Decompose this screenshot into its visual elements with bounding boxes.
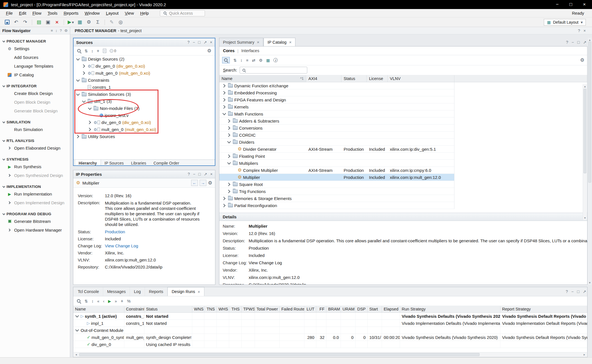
close-icon[interactable]: × bbox=[257, 40, 259, 45]
help-icon[interactable]: ? bbox=[188, 172, 190, 176]
catalog-row-partial-reconfiguration[interactable]: Partial Reconfiguration bbox=[219, 202, 454, 209]
tab-ip-catalog[interactable]: IP Catalog× bbox=[264, 38, 295, 46]
nav-item-open-elaborated-design[interactable]: Open Elaborated Design bbox=[0, 144, 70, 152]
nav-item-create-block-design[interactable]: Create Block Design bbox=[0, 89, 70, 98]
catalog-row-square-root[interactable]: Square Root bbox=[219, 181, 454, 188]
scroll-up-icon[interactable]: ▴ bbox=[583, 85, 587, 88]
chevron-right-icon[interactable] bbox=[226, 118, 231, 123]
catalog-row-math-functions[interactable]: Math Functions bbox=[219, 110, 454, 117]
tree-item-sim-1[interactable]: sim_1(3) bbox=[74, 98, 215, 105]
property-value[interactable]: View Change Log bbox=[105, 243, 138, 248]
chevron-right-icon[interactable] bbox=[222, 97, 227, 102]
expand-collapse-icon[interactable]: ↕ bbox=[56, 28, 58, 33]
chevron-right-icon[interactable] bbox=[81, 71, 86, 76]
add-sources-icon[interactable]: + bbox=[97, 48, 100, 53]
chevron-down-icon[interactable] bbox=[226, 161, 231, 166]
gear-icon[interactable]: ⚙ bbox=[64, 28, 68, 33]
dashboard-button[interactable]: ▦ bbox=[76, 19, 84, 26]
tree-item-constrs-1[interactable]: constrs_1 bbox=[74, 84, 215, 91]
help-icon[interactable]: ? bbox=[566, 40, 568, 45]
redo-button[interactable]: ↷ bbox=[21, 19, 29, 26]
collapse-all-icon[interactable]: ⇅ bbox=[233, 58, 237, 62]
help-icon[interactable]: ? bbox=[578, 28, 580, 33]
scroll-right-icon[interactable]: ▸ bbox=[582, 353, 586, 356]
gear-icon[interactable]: ⚙ bbox=[580, 58, 584, 63]
horizontal-scrollbar[interactable]: ◂ ▸ bbox=[74, 352, 587, 357]
search-input[interactable] bbox=[248, 68, 305, 72]
column-header-constraints[interactable]: Constraints bbox=[124, 306, 144, 312]
minimize-icon[interactable]: − bbox=[193, 172, 195, 176]
menu-reports[interactable]: Reports bbox=[61, 10, 82, 17]
report-button[interactable]: ▤ bbox=[35, 19, 43, 26]
catalog-row-cordic[interactable]: CORDIC bbox=[219, 132, 454, 139]
nav-item-run-simulation[interactable]: Run Simulation bbox=[0, 125, 70, 134]
catalog-row-fpga-features-and-design[interactable]: FPGA Features and Design bbox=[219, 96, 454, 103]
tree-item-mult-gen-0[interactable]: ⚙mult_gen_0(mult_gen_0.xci) bbox=[74, 70, 215, 77]
scroll-up-icon[interactable]: ▴ bbox=[588, 38, 592, 42]
menu-help[interactable]: Help bbox=[137, 10, 152, 17]
help-icon[interactable]: ? bbox=[187, 40, 190, 45]
details-value[interactable]: View Change Log bbox=[249, 260, 587, 265]
minimize-button[interactable]: − bbox=[556, 2, 559, 7]
expand-all-icon[interactable]: ↕ bbox=[92, 299, 94, 303]
catalog-row-divider-generator[interactable]: ⚙Divider GeneratorAXI4-StreamProductionI… bbox=[219, 146, 454, 153]
catalog-row-kernels[interactable]: Kernels bbox=[219, 103, 454, 110]
settings-button[interactable]: ⚙ bbox=[85, 19, 93, 26]
undo-button[interactable]: ↶ bbox=[12, 19, 20, 26]
menu-file[interactable]: File bbox=[3, 10, 16, 17]
tab-ip-sources[interactable]: IP Sources bbox=[101, 160, 127, 166]
percent-icon[interactable]: % bbox=[127, 299, 131, 303]
subtab-cores[interactable]: Cores bbox=[223, 48, 235, 53]
chevron-right-icon[interactable] bbox=[87, 127, 92, 132]
tab-libraries[interactable]: Libraries bbox=[127, 160, 150, 166]
collapse-all-icon[interactable]: ⇅ bbox=[85, 299, 88, 303]
maximize-icon[interactable]: □ bbox=[198, 40, 200, 45]
menu-icon[interactable]: ≡ bbox=[51, 28, 53, 33]
column-header-status[interactable]: Status bbox=[144, 306, 192, 312]
sum-button[interactable]: Σ bbox=[94, 19, 102, 26]
back-icon[interactable]: ← bbox=[191, 180, 198, 186]
scrollbar-thumb[interactable] bbox=[79, 353, 480, 356]
column-header-start[interactable]: Start bbox=[368, 306, 382, 312]
chevron-down-icon[interactable] bbox=[87, 106, 92, 111]
probe-button[interactable]: ◎ bbox=[116, 19, 125, 26]
nav-section-header[interactable]: IP INTEGRATOR bbox=[0, 83, 70, 89]
tree-item-design-sources[interactable]: Design Sources(2) bbox=[74, 56, 215, 63]
nav-item-open-implemented-design[interactable]: Open Implemented Design bbox=[0, 198, 70, 207]
search-icon[interactable] bbox=[77, 49, 81, 53]
expand-all-icon[interactable]: ↕ bbox=[91, 49, 93, 53]
chevron-right-icon[interactable] bbox=[75, 134, 80, 139]
catalog-row-dynamic-function-exchange[interactable]: Dynamic Function eXchange bbox=[219, 82, 454, 89]
menu-edit[interactable]: Edit bbox=[16, 10, 29, 17]
chevron-down-icon[interactable] bbox=[226, 139, 231, 145]
menu-view[interactable]: View bbox=[122, 10, 137, 17]
subtab-interfaces[interactable]: Interfaces bbox=[241, 48, 259, 53]
nav-item-open-hardware-manager[interactable]: Open Hardware Manager bbox=[0, 226, 70, 234]
search-toggle[interactable] bbox=[222, 57, 230, 63]
column-header-status[interactable]: Status bbox=[341, 75, 367, 82]
column-header-uram[interactable]: URAM bbox=[341, 306, 355, 312]
nav-item-generate-block-design[interactable]: Generate Block Design bbox=[0, 106, 70, 115]
close-icon[interactable]: × bbox=[210, 172, 213, 176]
filter-icon[interactable]: ≡ bbox=[246, 58, 248, 62]
chevron-right-icon[interactable] bbox=[222, 203, 227, 208]
nav-item-generate-bitstream[interactable]: Generate Bitstream bbox=[0, 217, 70, 226]
chevron-right-icon[interactable] bbox=[222, 83, 227, 88]
float-icon[interactable]: ↗ bbox=[204, 40, 207, 45]
column-header-run-strategy[interactable]: Run Strategy bbox=[400, 306, 500, 312]
tree-item-div-gen-0[interactable]: ⚙div_gen_0(div_gen_0.xci) bbox=[74, 63, 215, 70]
grid-icon[interactable]: ▦ bbox=[266, 58, 270, 62]
customize-icon[interactable]: ⚙ bbox=[259, 58, 263, 62]
chevron-down-icon[interactable] bbox=[81, 99, 86, 104]
run-row-out-of-context-module-runs[interactable]: Out-of-Context Module Runs bbox=[73, 327, 587, 334]
column-header-report-strategy[interactable]: Report Strategy bbox=[500, 306, 587, 312]
run-row-mult-gen-0-synth-1[interactable]: ✓mult_gen_0_synth_1mult_gen_0synth_desig… bbox=[73, 334, 587, 341]
chevron-right-icon[interactable] bbox=[226, 189, 231, 194]
edit-button[interactable]: ✎ bbox=[107, 19, 116, 26]
close-icon[interactable]: × bbox=[584, 28, 586, 33]
nav-item-add-sources[interactable]: Add Sources bbox=[0, 53, 70, 62]
chevron-down-icon[interactable] bbox=[75, 78, 80, 83]
scroll-left-icon[interactable]: ◂ bbox=[74, 353, 78, 356]
minimize-icon[interactable]: − bbox=[571, 289, 574, 294]
catalog-row-floating-point[interactable]: Floating Point bbox=[219, 153, 454, 160]
